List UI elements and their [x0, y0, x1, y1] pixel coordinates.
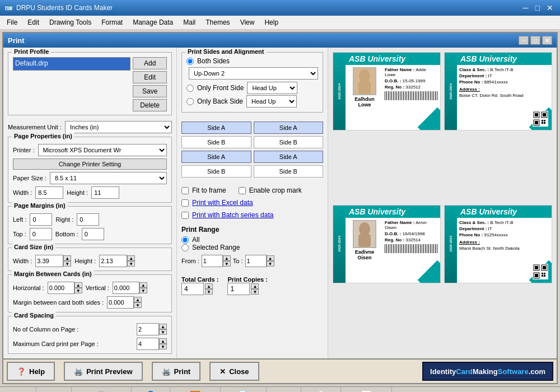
menu-view[interactable]: View	[236, 17, 259, 28]
back-only-radio[interactable]	[186, 98, 194, 105]
close-btn[interactable]: ✕	[544, 3, 556, 12]
menu-drawing-tools[interactable]: Drawing Tools	[45, 17, 96, 28]
col-up[interactable]: ▲	[159, 324, 167, 329]
card-width-down[interactable]: ▼	[63, 261, 71, 267]
side-a-4[interactable]: Side A	[254, 151, 324, 163]
menu-format[interactable]: Format	[97, 17, 127, 28]
menu-edit[interactable]: Edit	[23, 17, 44, 28]
copies-up[interactable]: ▲	[251, 283, 259, 289]
vert-up[interactable]: ▲	[139, 282, 147, 288]
horizontal-input[interactable]	[48, 282, 74, 294]
toolbar-send-mail[interactable]: ✉️ Send Mail	[267, 387, 301, 392]
print-button[interactable]: 🖨️ Print	[152, 362, 201, 381]
toolbar-export-image[interactable]: 🖼️ Export as Image	[170, 387, 221, 392]
side-b-1[interactable]: Side B	[181, 136, 251, 148]
card-height-input[interactable]	[99, 255, 127, 267]
toolbar-export-pdf[interactable]: 📄 Export as PDF	[221, 387, 267, 392]
print-with-excel-label[interactable]: Print with Excel data	[192, 199, 253, 207]
help-button[interactable]: ❓ Help	[7, 362, 55, 381]
toolbar-user-profile[interactable]: 👤 User Profile	[132, 387, 170, 392]
dialog-close-btn[interactable]: ✕	[542, 36, 552, 45]
side-b-2[interactable]: Side B	[254, 136, 324, 148]
max-down[interactable]: ▼	[159, 344, 167, 349]
total-cards-down[interactable]: ▼	[205, 289, 213, 295]
total-cards-input[interactable]	[181, 283, 204, 295]
enable-crop-mark-checkbox[interactable]	[239, 187, 246, 194]
bottom-input[interactable]	[82, 228, 104, 240]
card-height-up[interactable]: ▲	[127, 255, 135, 261]
selected-range-radio[interactable]	[181, 244, 189, 251]
side-b-3[interactable]: Side B	[181, 165, 251, 178]
profile-selected[interactable]: Default.drp	[13, 57, 130, 71]
print-preview-button[interactable]: 🖨️ Print Preview	[64, 362, 142, 381]
max-up[interactable]: ▲	[159, 338, 167, 344]
head-up-front-select[interactable]: Head Up	[247, 82, 297, 94]
horiz-up[interactable]: ▲	[74, 282, 82, 288]
width-input[interactable]	[35, 186, 63, 199]
maximize-btn[interactable]: □	[533, 3, 542, 12]
side-a-2[interactable]: Side A	[254, 122, 324, 134]
horiz-down[interactable]: ▼	[74, 288, 82, 293]
print-with-batch-checkbox[interactable]	[181, 212, 189, 219]
max-card-input[interactable]	[137, 338, 159, 350]
side-a-1[interactable]: Side A	[181, 122, 251, 134]
save-btn[interactable]: Save	[133, 85, 167, 97]
printer-select[interactable]: Microsoft XPS Document Wr	[38, 144, 167, 156]
both-up[interactable]: ▲	[134, 297, 142, 302]
total-cards-up[interactable]: ▲	[205, 283, 213, 289]
menu-help[interactable]: Help	[260, 17, 283, 28]
print-with-batch-label[interactable]: Print with Batch series data	[192, 211, 273, 219]
right-input[interactable]	[77, 213, 99, 226]
edit-btn[interactable]: Edit	[133, 71, 167, 83]
updown2-select[interactable]: Up-Down 2	[189, 67, 318, 80]
margin-between-label: Margin Between Cards (in)	[12, 270, 94, 277]
fit-to-frame-checkbox[interactable]	[181, 187, 189, 194]
copies-down[interactable]: ▼	[251, 289, 259, 295]
toolbar-card-batch[interactable]: 📊 Card Batch Data	[341, 387, 392, 392]
menu-mail[interactable]: Mail	[179, 17, 200, 28]
menu-themes[interactable]: Themes	[201, 17, 234, 28]
vert-down[interactable]: ▼	[139, 288, 147, 293]
dialog-maximize-btn[interactable]: □	[530, 36, 540, 45]
change-printer-btn[interactable]: Change Printer Setting	[13, 158, 167, 170]
all-radio[interactable]	[181, 236, 189, 244]
toolbar-card-front[interactable]: 🪪 Card Front	[0, 387, 36, 392]
card-width-input[interactable]	[35, 255, 63, 267]
measurement-unit-select[interactable]: Inches (in)	[65, 121, 172, 133]
delete-btn[interactable]: Delete	[133, 99, 167, 111]
print-copies-input[interactable]	[227, 283, 250, 295]
menu-file[interactable]: File	[2, 17, 22, 28]
card-height-down[interactable]: ▼	[127, 261, 135, 267]
from-input[interactable]	[202, 255, 223, 267]
vertical-input[interactable]	[113, 282, 139, 294]
paper-size-select[interactable]: 8.5 x 11	[50, 172, 167, 184]
card-width-up[interactable]: ▲	[63, 255, 71, 261]
column-input[interactable]	[137, 323, 159, 335]
toolbar-print-design[interactable]: 🖨️ Print Design	[301, 387, 341, 392]
left-input[interactable]	[30, 213, 52, 226]
dialog-minimize-btn[interactable]: ─	[519, 36, 529, 45]
add-btn[interactable]: Add	[133, 57, 167, 69]
top-input[interactable]	[30, 228, 52, 240]
front-only-radio[interactable]	[186, 85, 194, 92]
head-up-back-select[interactable]: Head Up	[246, 95, 297, 108]
print-with-excel-checkbox[interactable]	[181, 199, 189, 207]
to-up[interactable]: ▲	[267, 255, 274, 261]
both-sides-input[interactable]	[107, 296, 134, 309]
from-up[interactable]: ▲	[223, 255, 231, 261]
close-button[interactable]: ✕ Close	[209, 362, 259, 381]
toolbar-copy-current[interactable]: 📋 Copy current design	[72, 387, 132, 392]
to-input[interactable]	[245, 255, 267, 267]
from-down[interactable]: ▼	[223, 261, 231, 267]
toolbar-card-back[interactable]: 🪪 Card Back	[36, 387, 72, 392]
minimize-btn[interactable]: ─	[521, 3, 531, 12]
both-sides-radio[interactable]	[186, 58, 194, 65]
brand-text-5: .com	[529, 367, 545, 376]
side-b-4[interactable]: Side B	[254, 165, 324, 178]
height-input[interactable]	[91, 186, 119, 199]
menu-manage-data[interactable]: Manage Data	[128, 17, 178, 28]
col-down[interactable]: ▼	[159, 329, 167, 335]
side-a-3[interactable]: Side A	[181, 151, 251, 163]
both-down[interactable]: ▼	[134, 302, 142, 308]
to-down[interactable]: ▼	[267, 261, 274, 267]
